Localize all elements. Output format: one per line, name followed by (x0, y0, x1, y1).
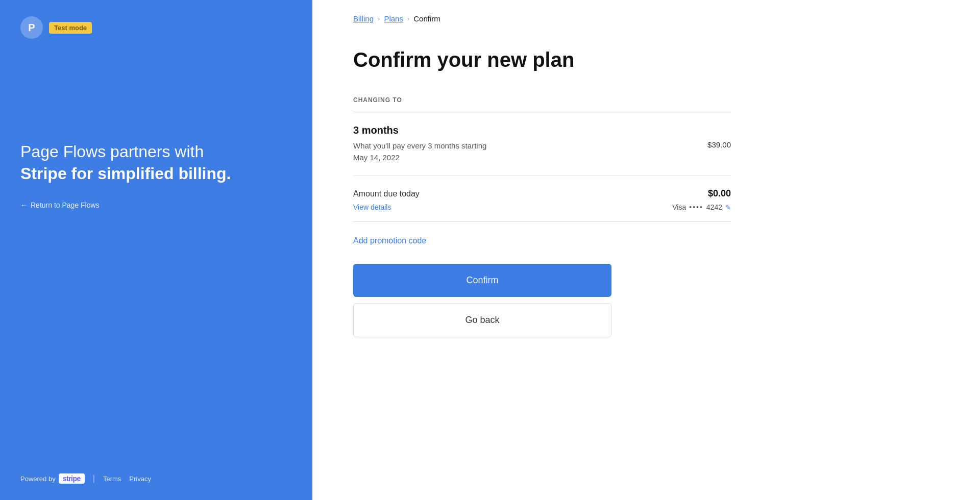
right-panel: Billing › Plans › Confirm Confirm your n… (312, 0, 980, 500)
privacy-link[interactable]: Privacy (129, 475, 151, 483)
edit-payment-icon[interactable]: ✎ (725, 204, 731, 211)
plan-row: What you'll pay every 3 months starting … (353, 140, 731, 176)
breadcrumb-billing[interactable]: Billing (353, 14, 374, 23)
powered-by-stripe: Powered by stripe (20, 473, 85, 484)
left-header: P Test mode (20, 16, 292, 39)
confirm-button[interactable]: Confirm (353, 264, 611, 297)
promo-section: Add promotion code (353, 221, 731, 252)
test-mode-badge: Test mode (49, 22, 92, 34)
left-footer: Powered by stripe | Terms Privacy (20, 473, 292, 484)
logo-icon: P (20, 16, 43, 39)
footer-divider: | (93, 474, 95, 483)
view-details-link[interactable]: View details (353, 203, 391, 211)
divider-1 (353, 112, 731, 112)
return-link[interactable]: ← Return to Page Flows (20, 201, 292, 209)
add-promo-link[interactable]: Add promotion code (353, 236, 426, 245)
left-headline: Page Flows partners with Stripe for simp… (20, 141, 292, 185)
amount-due-label: Amount due today (353, 189, 420, 198)
plan-price: $39.00 (707, 140, 731, 149)
visa-dots: •••• (689, 203, 703, 211)
visa-info: Visa •••• 4242 ✎ (672, 203, 731, 211)
breadcrumb: Billing › Plans › Confirm (312, 0, 980, 37)
plan-name: 3 months (353, 124, 731, 136)
breadcrumb-plans[interactable]: Plans (384, 14, 403, 23)
changing-to-label: CHANGING TO (353, 96, 731, 104)
visa-label: Visa (672, 203, 686, 211)
left-panel: P Test mode Page Flows partners with Str… (0, 0, 312, 500)
page-title: Confirm your new plan (353, 47, 731, 72)
plan-description: What you'll pay every 3 months starting … (353, 140, 486, 163)
chevron-icon-1: › (378, 15, 380, 22)
terms-link[interactable]: Terms (103, 475, 121, 483)
stripe-wordmark: stripe (59, 473, 85, 484)
amount-sub-row: View details Visa •••• 4242 ✎ (353, 203, 731, 211)
goback-button[interactable]: Go back (353, 303, 611, 337)
amount-due-row: Amount due today $0.00 (353, 188, 731, 199)
arrow-left-icon: ← (20, 201, 28, 209)
breadcrumb-confirm: Confirm (413, 14, 440, 23)
amount-due-value: $0.00 (708, 188, 731, 199)
amount-due-section: Amount due today $0.00 View details Visa… (353, 176, 731, 221)
chevron-icon-2: › (407, 15, 409, 22)
visa-last4: 4242 (706, 203, 722, 211)
main-content: Confirm your new plan CHANGING TO 3 mont… (312, 37, 772, 347)
